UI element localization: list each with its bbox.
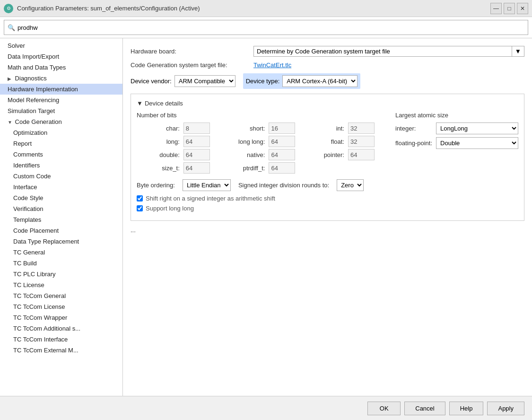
search-icon: 🔍 [8, 24, 15, 31]
longlong-input[interactable] [269, 136, 295, 147]
arithmetic-shift-label: Shift right on a signed integer as arith… [146, 195, 275, 202]
float-label: float: [301, 138, 344, 145]
sidebar-item-math-data[interactable]: Math and Data Types [0, 62, 122, 73]
bits-atomic-wrap: Number of bits char: short: char: short: [137, 112, 518, 174]
sidebar-item-report[interactable]: Report [0, 138, 122, 149]
device-type-label: Device type: [246, 78, 280, 85]
sidebar-item-tc-tccom-external[interactable]: TC TcCom External M... [0, 345, 122, 356]
app-icon: ⚙ [4, 4, 13, 13]
hardware-board-row: Hardware board: ▼ [131, 46, 524, 57]
hardware-board-label: Hardware board: [131, 48, 253, 55]
sidebar-item-model-ref[interactable]: Model Referencing [0, 95, 122, 105]
char-input2[interactable] [183, 122, 210, 134]
arithmetic-shift-checkbox[interactable] [137, 195, 143, 201]
short-label2: short: [216, 125, 265, 132]
native-input[interactable] [269, 149, 295, 160]
signed-division-select[interactable]: Zero [337, 179, 364, 191]
sidebar-item-tc-license[interactable]: TC License [0, 280, 122, 290]
support-longlong-label: Support long long [146, 205, 194, 212]
short-input2[interactable] [269, 122, 295, 134]
native-label: native: [216, 151, 265, 158]
sidebar-item-identifiers[interactable]: Identifiers [0, 160, 122, 171]
expand-icon: ▶ [8, 76, 13, 81]
bits-section: Number of bits char: short: char: short: [137, 112, 376, 174]
long-input[interactable] [183, 136, 210, 147]
device-vendor-label: Device vendor: [131, 78, 172, 85]
ellipsis: ... [131, 227, 524, 234]
ok-button[interactable]: OK [367, 402, 401, 415]
bits-title: Number of bits [137, 112, 376, 119]
sidebar-item-tc-tccom-general[interactable]: TC TcCom General [0, 290, 122, 301]
float-input[interactable] [348, 136, 375, 147]
floating-point-select[interactable]: Double [436, 137, 518, 149]
sidebar-item-code-placement[interactable]: Code Placement [0, 225, 122, 236]
sidebar-item-comments[interactable]: Comments [0, 149, 122, 160]
pointer-input[interactable] [348, 149, 375, 160]
device-type-wrap: Device type: ARM Cortex-A (64-bit) [243, 73, 361, 89]
longlong-label: long long: [216, 138, 265, 145]
cancel-button[interactable]: Cancel [404, 402, 445, 415]
sidebar-item-hardware-impl[interactable]: Hardware Implementation [0, 84, 122, 95]
checkbox-row-1: Shift right on a signed integer as arith… [137, 195, 518, 202]
hardware-board-input[interactable] [253, 46, 512, 57]
sidebar-item-verification[interactable]: Verification [0, 203, 122, 214]
sidebar-item-solver[interactable]: Solver [0, 40, 122, 51]
sidebar-item-code-gen[interactable]: ▼ Code Generation [0, 116, 122, 127]
sidebar-item-optimization[interactable]: Optimization [0, 127, 122, 138]
footer: OK Cancel Help Apply [0, 396, 532, 420]
sidebar-item-sim-target[interactable]: Simulation Target [0, 105, 122, 116]
device-vendor-select[interactable]: ARM Compatible [174, 75, 235, 87]
ptrdiff_t-input[interactable] [269, 162, 295, 174]
device-details-label: Device details [145, 100, 183, 107]
sidebar: SolverData Import/ExportMath and Data Ty… [0, 38, 123, 396]
size_t-label: size_t: [137, 165, 180, 172]
char-label2: char: [137, 125, 180, 132]
device-type-select[interactable]: ARM Cortex-A (64-bit) [282, 75, 358, 87]
hardware-board-control: ▼ [253, 46, 524, 57]
sidebar-item-tc-tccom-additional[interactable]: TC TcCom Additional s... [0, 323, 122, 334]
sidebar-item-templates[interactable]: Templates [0, 214, 122, 225]
int-input[interactable] [348, 122, 375, 134]
window-title: Configuration Parameters: sum_of_element… [17, 5, 200, 12]
minimize-button[interactable]: — [490, 3, 502, 14]
close-button[interactable]: ✕ [517, 3, 528, 14]
byte-ordering-row: Byte ordering: Little Endian Signed inte… [137, 179, 518, 191]
sidebar-item-tc-tccom-license[interactable]: TC TcCom License [0, 301, 122, 312]
hardware-board-dropdown-button[interactable]: ▼ [512, 46, 524, 57]
device-details-section: ▼ Device details Number of bits char: sh… [131, 94, 524, 221]
maximize-button[interactable]: □ [504, 3, 515, 14]
byte-ordering-select[interactable]: Little Endian [183, 179, 231, 191]
double-input[interactable] [183, 149, 210, 160]
cg-target-link[interactable]: TwinCatErt.tlc [253, 61, 291, 69]
expand-icon: ▼ [8, 120, 13, 125]
sidebar-item-tc-general[interactable]: TC General [0, 247, 122, 258]
atomic-grid: integer: LongLong floating-point: Double [395, 122, 518, 149]
size_t-input[interactable] [183, 162, 210, 174]
search-bar: 🔍 [0, 17, 532, 38]
sidebar-item-tc-tccom-interface[interactable]: TC TcCom Interface [0, 334, 122, 345]
sidebar-item-code-style[interactable]: Code Style [0, 192, 122, 203]
content-area: Hardware board: ▼ Code Generation system… [123, 38, 532, 396]
integer-select[interactable]: LongLong [436, 122, 518, 134]
sidebar-item-tc-tccom-wrapper[interactable]: TC TcCom Wrapper [0, 312, 122, 323]
sidebar-item-interface[interactable]: Interface [0, 182, 122, 192]
ptrdiff_t-label: ptrdiff_t: [216, 165, 265, 172]
support-longlong-checkbox[interactable] [137, 205, 143, 211]
apply-button[interactable]: Apply [487, 402, 524, 415]
search-input[interactable] [4, 20, 528, 35]
signed-division-label: Signed integer division rounds to: [238, 182, 329, 189]
floating-point-label: floating-point: [395, 140, 432, 147]
help-button[interactable]: Help [449, 402, 484, 415]
device-details-header[interactable]: ▼ Device details [137, 100, 518, 107]
sidebar-item-tc-build[interactable]: TC Build [0, 258, 122, 269]
sidebar-item-custom-code[interactable]: Custom Code [0, 171, 122, 182]
title-bar: ⚙ Configuration Parameters: sum_of_eleme… [0, 0, 532, 17]
cg-target-label: Code Generation system target file: [131, 61, 253, 69]
sidebar-item-data-import[interactable]: Data Import/Export [0, 51, 122, 62]
int-label: int: [301, 125, 344, 132]
sidebar-item-tc-plc[interactable]: TC PLC Library [0, 269, 122, 280]
device-row: Device vendor: ARM Compatible Device typ… [131, 73, 524, 89]
integer-label: integer: [395, 125, 432, 132]
sidebar-item-data-type-repl[interactable]: Data Type Replacement [0, 236, 122, 247]
sidebar-item-diagnostics[interactable]: ▶ Diagnostics [0, 73, 122, 84]
